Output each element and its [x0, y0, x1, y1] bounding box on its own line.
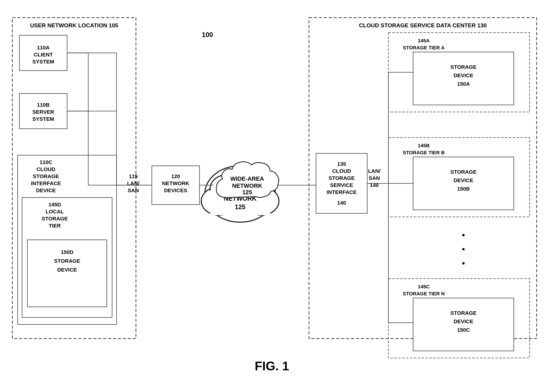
svg-text:150A: 150A	[457, 81, 470, 87]
svg-text:CLOUD: CLOUD	[37, 166, 56, 172]
svg-text:•: •	[462, 244, 465, 254]
svg-text:STORAGE: STORAGE	[450, 310, 477, 316]
svg-text:NETWORK: NETWORK	[162, 180, 189, 186]
svg-text:125: 125	[242, 189, 252, 196]
figure-label: FIG. 1	[255, 359, 289, 373]
svg-text:STORAGE: STORAGE	[33, 173, 59, 179]
svg-text:135: 135	[337, 161, 346, 167]
svg-text:STORAGE TIER A: STORAGE TIER A	[403, 45, 445, 50]
svg-text:CLOUD: CLOUD	[332, 168, 351, 174]
svg-text:NETWORK: NETWORK	[232, 182, 262, 189]
svg-text:SAN: SAN	[369, 175, 380, 181]
svg-text:DEVICE: DEVICE	[453, 72, 473, 78]
svg-text:120: 120	[171, 173, 180, 179]
svg-text:145C: 145C	[418, 284, 430, 289]
svg-text:LAN/: LAN/	[368, 168, 381, 174]
svg-text:STORAGE TIER B: STORAGE TIER B	[403, 150, 445, 155]
svg-text:STORAGE: STORAGE	[42, 216, 68, 222]
svg-text:WIDE-AREA: WIDE-AREA	[230, 175, 264, 182]
svg-text:145B: 145B	[418, 143, 430, 148]
svg-text:110A: 110A	[37, 45, 50, 50]
svg-text:DEVICES: DEVICES	[164, 187, 187, 193]
svg-text:SYSTEM: SYSTEM	[32, 59, 54, 65]
svg-text:CLOUD STORAGE SERVICE DATA CEN: CLOUD STORAGE SERVICE DATA CENTER 130	[359, 22, 487, 29]
wide-area-network-cloud: WIDE-AREA NETWORK 125	[209, 148, 285, 208]
svg-text:SERVER: SERVER	[32, 109, 54, 115]
svg-rect-56	[413, 52, 514, 105]
diagram-number: 100	[202, 31, 213, 38]
svg-text:140: 140	[370, 182, 379, 188]
svg-text:CLIENT: CLIENT	[34, 52, 53, 57]
svg-text:145A: 145A	[418, 38, 430, 43]
svg-text:140: 140	[337, 200, 346, 206]
svg-text:SERVICE: SERVICE	[330, 182, 353, 188]
svg-text:INTERFACE: INTERFACE	[327, 189, 357, 195]
svg-text:STORAGE: STORAGE	[328, 175, 355, 181]
svg-text:•: •	[462, 230, 465, 240]
svg-text:STORAGE TIER N: STORAGE TIER N	[403, 291, 445, 296]
svg-text:LOCAL: LOCAL	[46, 209, 64, 214]
svg-text:145D: 145D	[48, 202, 61, 207]
svg-text:DEVICE: DEVICE	[36, 187, 56, 193]
svg-text:INTERFACE: INTERFACE	[31, 180, 61, 186]
svg-text:STORAGE: STORAGE	[450, 64, 477, 70]
svg-text:150B: 150B	[457, 186, 470, 192]
svg-text:TIER: TIER	[49, 223, 61, 229]
svg-text:DEVICE: DEVICE	[57, 267, 77, 273]
svg-text:STORAGE: STORAGE	[450, 169, 477, 175]
svg-text:SAN: SAN	[128, 187, 139, 193]
svg-text:•: •	[462, 258, 465, 268]
svg-rect-63	[413, 157, 514, 210]
svg-text:STORAGE: STORAGE	[54, 258, 80, 264]
svg-text:DEVICE: DEVICE	[453, 177, 473, 183]
svg-text:DEVICE: DEVICE	[453, 319, 473, 324]
svg-text:SYSTEM: SYSTEM	[32, 116, 54, 122]
svg-text:110C: 110C	[40, 159, 52, 165]
svg-text:150D: 150D	[61, 249, 74, 255]
svg-text:150C: 150C	[457, 327, 470, 333]
svg-text:USER NETWORK LOCATION 105: USER NETWORK LOCATION 105	[30, 22, 118, 29]
svg-text:115: 115	[129, 173, 138, 179]
svg-text:110B: 110B	[37, 102, 50, 108]
svg-rect-73	[413, 298, 514, 351]
